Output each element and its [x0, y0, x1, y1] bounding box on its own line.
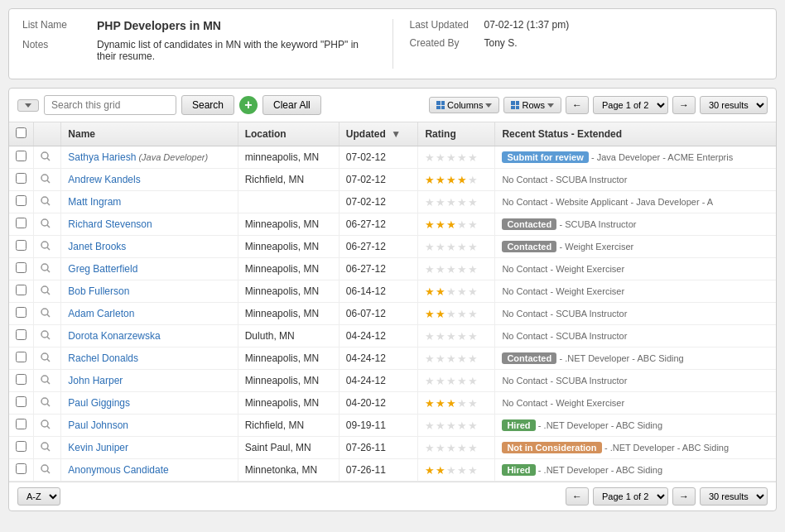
star-4[interactable]: ★: [457, 397, 467, 410]
star-1[interactable]: ★: [425, 241, 435, 253]
star-2[interactable]: ★: [436, 308, 445, 320]
clear-button[interactable]: Clear All: [262, 95, 321, 115]
star-2[interactable]: ★: [436, 419, 445, 432]
star-5[interactable]: ★: [468, 285, 478, 298]
row-search-cell[interactable]: [34, 146, 61, 169]
candidate-name-link[interactable]: Dorota Konarzewska: [68, 330, 160, 342]
rating-stars[interactable]: ★★★★★: [425, 352, 488, 365]
candidate-name-link[interactable]: Kevin Juniper: [68, 442, 128, 453]
row-rating-cell[interactable]: ★★★★★: [418, 370, 495, 392]
star-3[interactable]: ★: [446, 419, 456, 432]
row-rating-cell[interactable]: ★★★★★: [418, 213, 495, 236]
star-5[interactable]: ★: [468, 263, 478, 276]
star-4[interactable]: ★: [457, 285, 467, 298]
star-5[interactable]: ★: [468, 419, 478, 432]
star-4[interactable]: ★: [457, 196, 467, 208]
star-3[interactable]: ★: [446, 308, 456, 320]
star-1[interactable]: ★: [425, 196, 435, 208]
row-rating-cell[interactable]: ★★★★★: [418, 169, 495, 191]
search-button[interactable]: Search: [181, 95, 234, 115]
candidate-name-link[interactable]: Matt Ingram: [68, 196, 121, 208]
star-1[interactable]: ★: [425, 151, 435, 164]
row-rating-cell[interactable]: ★★★★★: [418, 347, 495, 370]
star-5[interactable]: ★: [468, 174, 478, 186]
candidate-name-link[interactable]: Sathya Hariesh: [68, 151, 136, 163]
header-location[interactable]: Location: [238, 122, 339, 146]
page-select[interactable]: Page 1 of 2: [593, 96, 668, 114]
star-3[interactable]: ★: [446, 241, 456, 253]
sort-select[interactable]: A-Z: [17, 487, 60, 506]
star-3[interactable]: ★: [446, 285, 456, 298]
star-5[interactable]: ★: [468, 442, 478, 454]
star-2[interactable]: ★: [436, 464, 445, 477]
star-5[interactable]: ★: [468, 241, 478, 253]
row-checkbox[interactable]: [16, 463, 26, 474]
status-badge[interactable]: Hired: [502, 419, 535, 431]
row-checkbox[interactable]: [16, 218, 26, 228]
rating-stars[interactable]: ★★★★★: [425, 330, 488, 343]
candidate-name-link[interactable]: John Harper: [68, 375, 123, 386]
star-4[interactable]: ★: [457, 352, 467, 365]
header-rating[interactable]: Rating: [418, 122, 495, 146]
row-checkbox[interactable]: [16, 285, 26, 295]
row-rating-cell[interactable]: ★★★★★: [418, 415, 495, 437]
star-4[interactable]: ★: [457, 308, 467, 320]
star-3[interactable]: ★: [446, 263, 456, 276]
star-5[interactable]: ★: [468, 196, 478, 208]
row-rating-cell[interactable]: ★★★★★: [418, 258, 495, 280]
star-2[interactable]: ★: [436, 241, 445, 253]
rating-stars[interactable]: ★★★★★: [425, 308, 488, 320]
candidate-name-link[interactable]: Janet Brooks: [68, 241, 126, 252]
candidate-name-link[interactable]: Rachel Donalds: [68, 352, 138, 364]
star-1[interactable]: ★: [425, 464, 435, 477]
rating-stars[interactable]: ★★★★★: [425, 464, 488, 477]
row-search-cell[interactable]: [34, 236, 61, 258]
status-badge[interactable]: Contacted: [502, 352, 556, 364]
row-rating-cell[interactable]: ★★★★★: [418, 280, 495, 303]
rating-stars[interactable]: ★★★★★: [425, 285, 488, 298]
add-button[interactable]: +: [239, 96, 258, 114]
star-5[interactable]: ★: [468, 330, 478, 343]
star-1[interactable]: ★: [425, 308, 435, 320]
row-checkbox[interactable]: [16, 441, 26, 452]
star-4[interactable]: ★: [457, 464, 467, 477]
row-rating-cell[interactable]: ★★★★★: [418, 459, 495, 482]
row-checkbox[interactable]: [16, 419, 26, 429]
candidate-name-link[interactable]: Richard Stevenson: [68, 218, 152, 230]
bottom-next-button[interactable]: →: [672, 487, 696, 506]
status-badge[interactable]: Not in Consideration: [502, 442, 601, 453]
bottom-prev-button[interactable]: ←: [566, 487, 589, 506]
star-4[interactable]: ★: [457, 151, 467, 164]
bottom-results-select[interactable]: 30 results: [700, 487, 768, 506]
row-checkbox[interactable]: [16, 195, 26, 206]
star-3[interactable]: ★: [446, 174, 456, 186]
candidate-name-link[interactable]: Adam Carleton: [68, 308, 134, 319]
rating-stars[interactable]: ★★★★★: [425, 397, 488, 410]
columns-button[interactable]: Columns: [429, 97, 499, 113]
row-search-cell[interactable]: [34, 392, 61, 415]
row-rating-cell[interactable]: ★★★★★: [418, 392, 495, 415]
candidate-name-link[interactable]: Paul Johnson: [68, 419, 128, 431]
star-5[interactable]: ★: [468, 218, 478, 231]
star-2[interactable]: ★: [436, 196, 445, 208]
star-2[interactable]: ★: [436, 397, 445, 410]
row-rating-cell[interactable]: ★★★★★: [418, 437, 495, 459]
star-5[interactable]: ★: [468, 352, 478, 365]
candidate-name-link[interactable]: Greg Batterfield: [68, 263, 137, 275]
star-4[interactable]: ★: [457, 419, 467, 432]
star-1[interactable]: ★: [425, 263, 435, 276]
star-2[interactable]: ★: [436, 263, 445, 276]
status-badge[interactable]: Contacted: [502, 218, 556, 230]
candidate-name-link[interactable]: Anonymous Candidate: [68, 464, 168, 476]
star-3[interactable]: ★: [446, 397, 456, 410]
row-checkbox[interactable]: [16, 173, 26, 184]
star-1[interactable]: ★: [425, 397, 435, 410]
status-badge[interactable]: Contacted: [502, 241, 556, 252]
star-4[interactable]: ★: [457, 241, 467, 253]
row-search-cell[interactable]: [34, 347, 61, 370]
star-4[interactable]: ★: [457, 263, 467, 276]
row-search-cell[interactable]: [34, 325, 61, 347]
row-checkbox[interactable]: [16, 396, 26, 407]
row-checkbox[interactable]: [16, 240, 26, 251]
star-1[interactable]: ★: [425, 442, 435, 454]
